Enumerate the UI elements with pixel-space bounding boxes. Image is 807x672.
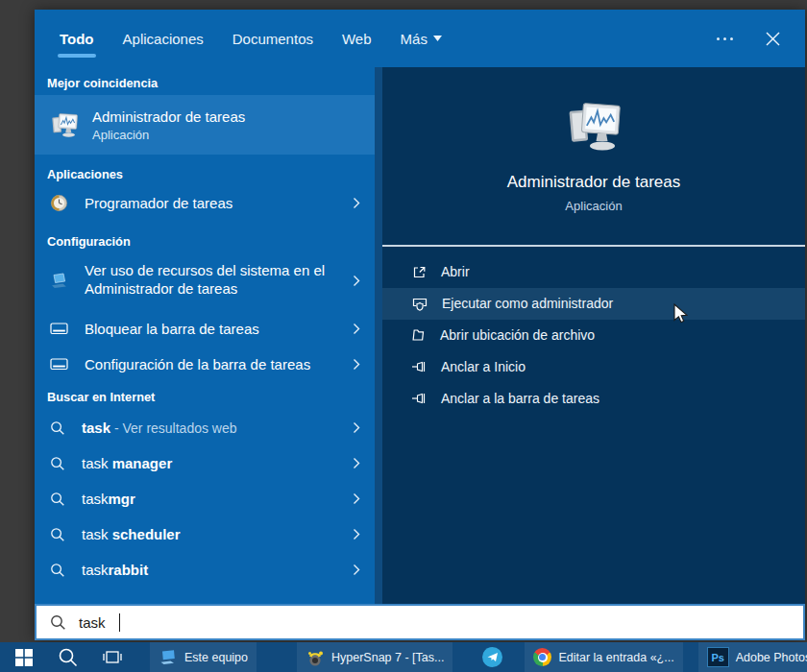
taskbar-app-hypersnap[interactable]: HyperSnap 7 - [Tas...: [297, 642, 452, 672]
search-icon: [50, 492, 65, 507]
result-label: Bloquear la barra de tareas: [85, 321, 259, 337]
filter-tabs: Todo Aplicaciones Documentos Web Más: [60, 31, 442, 47]
windows-logo-icon: [15, 649, 33, 666]
chevron-right-icon: [353, 528, 360, 540]
best-match-subtitle: Aplicación: [92, 128, 245, 142]
taskbar-app-photoshop[interactable]: Ps Adobe Photoshop ...: [698, 642, 807, 672]
suggestion-text: task manager: [82, 455, 172, 471]
section-header-apps: Aplicaciones: [35, 167, 375, 181]
search-icon: [50, 527, 65, 542]
results-panel: Mejor coincidencia Admi: [35, 67, 375, 604]
taskbar-app-label: Este equipo: [184, 651, 248, 664]
result-label: Programador de tareas: [85, 195, 232, 211]
open-icon: [411, 264, 428, 280]
chevron-right-icon: [353, 564, 360, 576]
action-label: Anclar a la barra de tareas: [441, 391, 599, 406]
result-label: Configuración de la barra de tareas: [85, 356, 310, 372]
suggestion-text: taskmgr: [82, 491, 135, 507]
task-view-button[interactable]: [90, 642, 134, 672]
hypersnap-icon: [306, 648, 325, 667]
tab-todo[interactable]: Todo: [60, 31, 94, 47]
taskbar-settings-icon: [50, 322, 68, 335]
result-lock-taskbar[interactable]: Bloquear la barra de tareas: [35, 311, 375, 346]
web-suggestion[interactable]: task - Ver resultados web: [35, 410, 375, 445]
preview-divider: [382, 245, 805, 247]
panel-divider: [375, 67, 382, 604]
preview-title: Administrador de tareas: [507, 173, 680, 192]
task-manager-icon-large: [563, 98, 624, 154]
action-open[interactable]: Abrir: [382, 256, 805, 288]
start-button[interactable]: [2, 642, 46, 672]
chevron-right-icon: [353, 275, 360, 287]
action-open-file-location[interactable]: Abrir ubicación de archivo: [382, 320, 805, 351]
chevron-right-icon: [353, 358, 360, 371]
result-taskbar-settings[interactable]: Configuración de la barra de tareas: [35, 347, 375, 381]
this-pc-icon: [159, 649, 178, 665]
taskbar-app-label: Editar la entrada «¿...: [558, 651, 673, 664]
resource-usage-icon: [50, 273, 68, 289]
web-suggestion[interactable]: taskrabbit: [35, 552, 375, 588]
chevron-right-icon: [353, 323, 360, 335]
search-icon: [58, 647, 79, 668]
task-manager-icon: [49, 110, 80, 139]
text-caret: [119, 613, 121, 632]
section-header-settings: Configuración: [35, 234, 375, 249]
action-label: Abrir: [441, 264, 470, 279]
preview-subtitle: Aplicación: [565, 199, 622, 213]
taskbar-app-label: Adobe Photoshop ...: [736, 651, 807, 664]
chevron-right-icon: [353, 457, 360, 469]
section-header-web: Buscar en Internet: [35, 390, 375, 404]
search-input[interactable]: task: [35, 604, 805, 640]
taskbar-search-button[interactable]: [46, 642, 90, 672]
tab-mas[interactable]: Más: [401, 31, 442, 47]
tab-web[interactable]: Web: [342, 31, 372, 47]
best-match-result[interactable]: Administrador de tareas Aplicación: [35, 95, 375, 155]
taskbar-app-telegram[interactable]: [474, 642, 511, 672]
action-pin-to-taskbar[interactable]: Anclar a la barra de tareas: [382, 383, 805, 415]
section-header-best-match: Mejor coincidencia: [35, 76, 375, 90]
taskbar-app-chrome[interactable]: Editar la entrada «¿...: [525, 642, 682, 672]
chevron-down-icon: [433, 36, 442, 41]
taskbar-app-this-pc[interactable]: Este equipo: [150, 642, 257, 672]
preview-panel: Administrador de tareas Aplicación Abrir: [382, 67, 805, 604]
action-label: Anclar a Inicio: [441, 359, 526, 374]
pin-icon: [411, 359, 428, 374]
chevron-right-icon: [353, 421, 360, 434]
result-task-scheduler[interactable]: Programador de tareas: [35, 185, 375, 220]
result-resource-usage[interactable]: Ver uso de recursos del sistema en el Ad…: [35, 255, 375, 305]
web-suggestion[interactable]: taskmgr: [35, 481, 375, 516]
web-suggestion[interactable]: task scheduler: [35, 516, 375, 552]
tab-documentos[interactable]: Documentos: [232, 31, 313, 47]
action-label: Ejecutar como administrador: [442, 296, 613, 311]
search-icon: [50, 614, 66, 631]
suggestion-text: task scheduler: [82, 526, 181, 542]
pin-icon: [411, 391, 428, 406]
chevron-right-icon: [353, 197, 360, 209]
taskbar: Este equipo HyperSnap 7 - [Tas... Editar…: [0, 642, 807, 672]
more-options-icon[interactable]: [717, 30, 733, 47]
close-icon[interactable]: [766, 32, 780, 46]
file-location-icon: [411, 327, 427, 343]
best-match-title: Administrador de tareas: [92, 108, 245, 125]
web-suggestion[interactable]: task manager: [35, 445, 375, 481]
search-flyout-window: Todo Aplicaciones Documentos Web Más Mej…: [35, 10, 805, 640]
chrome-icon: [533, 648, 551, 666]
suggestion-text: taskrabbit: [82, 562, 148, 578]
search-header: Todo Aplicaciones Documentos Web Más: [35, 10, 805, 67]
best-match-text: Administrador de tareas Aplicación: [92, 108, 245, 142]
tab-aplicaciones[interactable]: Aplicaciones: [123, 31, 204, 47]
taskbar-app-label: HyperSnap 7 - [Tas...: [331, 651, 444, 664]
run-as-admin-icon: [411, 296, 428, 312]
search-icon: [50, 420, 65, 436]
search-icon: [50, 563, 65, 578]
search-icon: [50, 456, 65, 471]
photoshop-icon: Ps: [707, 647, 729, 667]
telegram-icon: [482, 647, 502, 667]
header-controls: [717, 30, 805, 47]
action-label: Abrir ubicación de archivo: [440, 327, 595, 343]
result-label: Ver uso de recursos del sistema en el Ad…: [85, 262, 332, 299]
chevron-right-icon: [353, 492, 360, 505]
action-pin-to-start[interactable]: Anclar a Inicio: [382, 351, 805, 383]
task-scheduler-icon: [50, 194, 68, 212]
action-run-as-admin[interactable]: Ejecutar como administrador: [382, 288, 805, 320]
